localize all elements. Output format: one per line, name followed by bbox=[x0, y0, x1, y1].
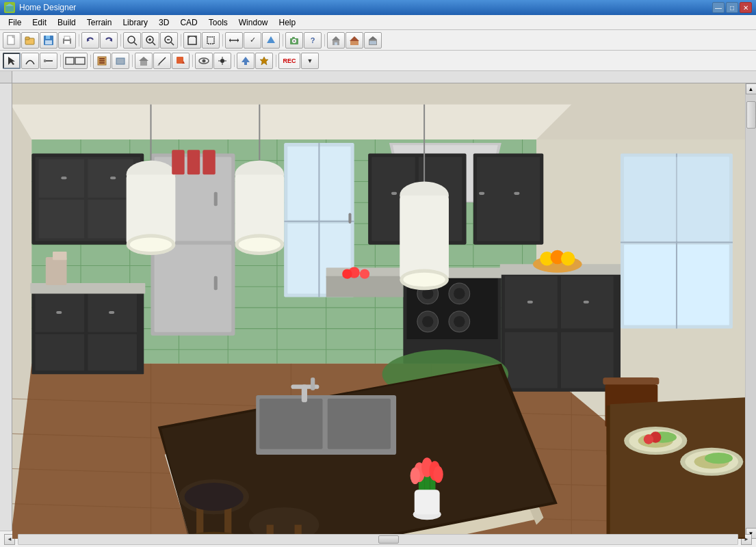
select-tool[interactable] bbox=[3, 53, 21, 69]
app-icon bbox=[4, 2, 15, 13]
svg-point-144 bbox=[454, 288, 465, 299]
svg-line-15 bbox=[134, 42, 137, 45]
open-button[interactable] bbox=[21, 32, 39, 49]
help-button[interactable]: ? bbox=[304, 32, 322, 49]
zoom-in-button[interactable] bbox=[142, 32, 159, 49]
scrollbar-vertical[interactable]: ▲ ▼ bbox=[745, 83, 756, 539]
transform-tool[interactable] bbox=[255, 53, 273, 69]
svg-rect-159 bbox=[527, 301, 533, 304]
camera-view-button[interactable] bbox=[285, 32, 303, 49]
svg-rect-236 bbox=[53, 252, 66, 260]
svg-rect-54 bbox=[140, 61, 147, 66]
svg-rect-39 bbox=[350, 41, 359, 45]
svg-marker-30 bbox=[267, 36, 275, 43]
garage-button[interactable] bbox=[364, 32, 382, 49]
menu-cad[interactable]: CAD bbox=[174, 16, 203, 29]
arc-tool[interactable] bbox=[21, 53, 39, 69]
menu-library[interactable]: Library bbox=[117, 16, 153, 29]
svg-point-192 bbox=[410, 467, 420, 484]
up-button[interactable] bbox=[262, 32, 280, 49]
minimize-button[interactable]: — bbox=[712, 2, 725, 13]
scrollbar-horizontal[interactable] bbox=[18, 534, 738, 545]
scroll-up-button[interactable]: ▲ bbox=[746, 83, 757, 94]
svg-rect-7 bbox=[46, 36, 50, 39]
library-tool[interactable] bbox=[93, 53, 111, 69]
raise-tool[interactable] bbox=[237, 53, 255, 69]
svg-point-59 bbox=[203, 59, 206, 62]
maximize-button[interactable]: □ bbox=[726, 2, 738, 13]
menu-file[interactable]: File bbox=[3, 16, 27, 29]
svg-rect-37 bbox=[335, 42, 337, 45]
svg-rect-11 bbox=[64, 41, 70, 44]
svg-rect-121 bbox=[214, 276, 218, 290]
window-title: Home Designer bbox=[19, 3, 76, 12]
save-button[interactable] bbox=[40, 32, 57, 49]
svg-marker-1 bbox=[5, 3, 14, 6]
ruler-left bbox=[0, 71, 12, 531]
menu-help[interactable]: Help bbox=[273, 16, 301, 29]
record-dropdown[interactable]: ▼ bbox=[301, 53, 319, 69]
svg-rect-180 bbox=[328, 399, 391, 449]
svg-point-14 bbox=[128, 36, 135, 43]
menu-edit[interactable]: Edit bbox=[27, 16, 52, 29]
svg-rect-138 bbox=[514, 192, 519, 195]
menu-3d[interactable]: 3D bbox=[153, 16, 174, 29]
zoom-fit-button[interactable] bbox=[123, 32, 141, 49]
new-button[interactable] bbox=[3, 32, 21, 49]
svg-rect-157 bbox=[505, 332, 558, 388]
svg-marker-56 bbox=[157, 64, 160, 66]
move-button[interactable] bbox=[225, 32, 243, 49]
menu-tools[interactable]: Tools bbox=[203, 16, 233, 29]
record-button[interactable]: REC bbox=[278, 53, 300, 69]
zoom-box-button[interactable] bbox=[202, 32, 220, 49]
svg-point-229 bbox=[239, 237, 281, 251]
svg-rect-8 bbox=[45, 40, 52, 44]
svg-rect-120 bbox=[214, 192, 218, 206]
svg-point-219 bbox=[644, 434, 653, 444]
svg-rect-119 bbox=[155, 245, 232, 332]
view-tool[interactable] bbox=[195, 53, 213, 69]
scroll-thumb-vertical[interactable] bbox=[746, 101, 756, 129]
check-button[interactable]: ✓ bbox=[244, 32, 261, 49]
scroll-thumb-horizontal[interactable] bbox=[378, 535, 399, 544]
room-tool[interactable] bbox=[63, 53, 88, 69]
sep8 bbox=[88, 53, 92, 69]
3d-scene[interactable] bbox=[12, 83, 745, 539]
scroll-track-vertical[interactable] bbox=[746, 94, 756, 528]
svg-point-217 bbox=[705, 453, 733, 464]
zoom-out-button[interactable] bbox=[160, 32, 178, 49]
sep9 bbox=[130, 53, 134, 69]
svg-rect-46 bbox=[66, 57, 74, 64]
menu-window[interactable]: Window bbox=[233, 16, 274, 29]
line-tool[interactable] bbox=[40, 53, 57, 69]
sep4 bbox=[220, 32, 224, 49]
photo-tool[interactable] bbox=[135, 53, 153, 69]
svg-rect-42 bbox=[369, 41, 376, 44]
main-area: ▲ ▼ bbox=[0, 71, 756, 531]
toolbar-1: ✓ ? bbox=[0, 30, 756, 51]
redo-button[interactable] bbox=[100, 32, 118, 49]
solid-tool[interactable] bbox=[112, 53, 129, 69]
pen-tool[interactable] bbox=[153, 53, 171, 69]
svg-rect-160 bbox=[584, 301, 589, 304]
svg-marker-40 bbox=[369, 36, 377, 40]
house-button[interactable] bbox=[327, 32, 345, 49]
svg-rect-237 bbox=[172, 150, 184, 174]
svg-rect-105 bbox=[39, 200, 85, 238]
svg-rect-239 bbox=[203, 150, 215, 174]
point-tool[interactable] bbox=[213, 53, 231, 69]
close-button[interactable]: ✕ bbox=[740, 2, 752, 13]
svg-rect-137 bbox=[479, 192, 484, 195]
svg-rect-107 bbox=[61, 176, 66, 179]
svg-point-60 bbox=[220, 59, 224, 63]
print-button[interactable] bbox=[58, 32, 76, 49]
roof-button[interactable] bbox=[346, 32, 363, 49]
menu-terrain[interactable]: Terrain bbox=[81, 16, 118, 29]
undo-button[interactable] bbox=[81, 32, 99, 49]
paint-tool[interactable] bbox=[172, 53, 190, 69]
svg-rect-150 bbox=[326, 276, 404, 297]
fullscreen-button[interactable] bbox=[183, 32, 201, 49]
svg-rect-114 bbox=[56, 311, 62, 314]
menu-build[interactable]: Build bbox=[52, 16, 81, 29]
svg-point-165 bbox=[561, 252, 575, 265]
